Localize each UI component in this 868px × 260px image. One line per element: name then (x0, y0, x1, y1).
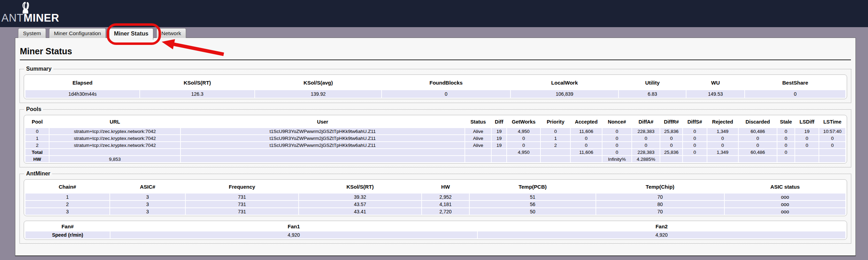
table-cell: 9,853 (49, 156, 180, 162)
table-row: 2stratum+tcp://zec.kryptex.network:7042t… (25, 142, 845, 148)
table-row: Speed (r/min)4,9204,920 (25, 231, 845, 238)
table-cell: 2,720 (422, 208, 469, 215)
table-cell: Total (25, 149, 49, 155)
table-cell: 80 (596, 201, 724, 207)
table-cell: 11,606 (571, 149, 601, 155)
table-cell (541, 156, 570, 162)
table-cell (465, 156, 491, 162)
column-header: Status (465, 116, 491, 127)
column-header: Priority (541, 116, 570, 127)
table-cell (707, 156, 738, 162)
column-header: FoundBlocks (382, 76, 510, 89)
column-header: DiffR# (660, 116, 682, 127)
table-row: 1stratum+tcp://zec.kryptex.network:7042t… (25, 135, 845, 141)
table-cell: 60,486 (739, 128, 777, 134)
column-header: DiffA# (632, 116, 660, 127)
table-cell (507, 156, 540, 162)
table-cell: 2 (25, 142, 49, 148)
summary-value-row: 1d4h30m44s126.3139.920106,8396.83149.530 (25, 90, 845, 98)
table-cell: 25,836 (660, 149, 682, 155)
table-cell: 19 (492, 142, 506, 148)
table-cell: 0 (739, 135, 777, 141)
table-cell: 3 (110, 201, 185, 207)
fans-table-body: Speed (r/min)4,9204,920 (25, 231, 845, 238)
table-cell: 19 (492, 128, 506, 134)
table-cell: 56 (470, 201, 595, 207)
table-cell: 4,920 (478, 231, 845, 238)
column-header: Utility (619, 76, 686, 89)
column-header: Pool (25, 116, 49, 127)
table-cell: 11,606 (571, 128, 601, 134)
table-cell: 0 (683, 142, 706, 148)
antminer-logo-text: ANTMINER (1, 12, 59, 24)
table-cell: t1ScU9R3YoZWPwwrm2jGSZtTpHKk9tw6ahU.Z11 (181, 142, 464, 148)
pools-table-body: 0stratum+tcp://zec.kryptex.network:7042t… (25, 128, 845, 162)
table-cell: 4,181 (422, 201, 469, 207)
table-cell: 39.32 (299, 194, 421, 200)
column-header: DiffS# (683, 116, 706, 127)
table-cell: ooo (725, 201, 845, 207)
table-cell: 4,920 (110, 231, 477, 238)
table-cell: 1 (25, 194, 109, 200)
column-header: Stale (777, 116, 794, 127)
chains-table-container: Chain#ASIC#FrequencyKSol/S(RT)HWTemp(PCB… (24, 179, 847, 216)
table-cell: 0 (507, 135, 540, 141)
table-cell: HW (25, 156, 49, 162)
table-cell: 106,839 (511, 90, 619, 98)
tab-network[interactable]: Network (156, 28, 186, 38)
table-row: 1373139.322,9525170ooo (25, 194, 845, 200)
table-cell: 731 (186, 194, 298, 200)
column-header: ASIC# (110, 181, 185, 193)
column-header: Fan2 (478, 222, 845, 231)
table-cell: 0 (602, 135, 632, 141)
table-cell: 2 (541, 142, 570, 148)
table-cell: 1,349 (707, 128, 738, 134)
table-cell: 0 (660, 135, 682, 141)
table-cell: 0 (541, 128, 570, 134)
content-panel: Miner Status Summary ElapsedKSol/S(RT)KS… (15, 38, 856, 256)
table-cell: 0 (819, 142, 845, 148)
table-cell: Alive (465, 135, 491, 141)
column-header: User (181, 116, 464, 127)
tab-miner-status[interactable]: Miner Status (109, 28, 153, 40)
table-cell: 0 (777, 135, 794, 141)
table-cell: 70 (596, 208, 724, 215)
table-cell: 51 (470, 194, 595, 200)
tab-miner-configuration[interactable]: Miner Configuration (49, 28, 106, 38)
pools-section: Pools PoolURLUserStatusDiffGetWorksPrior… (20, 106, 851, 167)
table-cell: 4.2885% (632, 156, 660, 162)
tab-system[interactable]: System (18, 28, 46, 38)
table-row: 2373143.574,1815680ooo (25, 201, 845, 207)
table-cell: stratum+tcp://zec.kryptex.network:7042 (49, 142, 180, 148)
table-cell (181, 156, 464, 162)
table-cell: Speed (r/min) (25, 231, 110, 238)
pools-table: PoolURLUserStatusDiffGetWorksPriorityAcc… (25, 116, 846, 163)
fans-table: Fan#Fan1Fan2 Speed (r/min)4,9204,920 (25, 221, 846, 239)
summary-table-container: ElapsedKSol/S(RT)KSol/S(avg)FoundBlocksL… (24, 74, 847, 99)
table-cell: 4,950 (507, 128, 540, 134)
table-cell: 1 (25, 135, 49, 141)
table-cell: 0 (507, 142, 540, 148)
page: ANTMINER System Miner Configuration Mine… (0, 0, 868, 260)
table-cell: Alive (465, 142, 491, 148)
table-cell: 0 (683, 135, 706, 141)
column-header: Chain# (25, 181, 109, 193)
column-header: LSTime (819, 116, 845, 127)
column-header: Accepted (571, 116, 601, 127)
summary-table: ElapsedKSol/S(RT)KSol/S(avg)FoundBlocksL… (25, 75, 846, 99)
table-cell: 4,950 (507, 149, 540, 155)
table-cell: 60,486 (739, 149, 777, 155)
table-cell: 0 (602, 142, 632, 148)
table-cell: Alive (465, 128, 491, 134)
column-header: HW (422, 181, 469, 193)
table-cell: 1,349 (707, 149, 738, 155)
column-header: Temp(PCB) (470, 181, 595, 193)
table-cell: 43.57 (299, 201, 421, 207)
logo-ant: ANT (1, 12, 24, 24)
header-bar: ANTMINER (0, 0, 868, 27)
title-divider (20, 60, 851, 60)
table-cell: 6.83 (619, 90, 686, 98)
table-cell: t1ScU9R3YoZWPwwrm2jGSZtTpHKk9tw6ahU.Z11 (181, 135, 464, 141)
table-cell: 0 (819, 135, 845, 141)
column-header: GetWorks (507, 116, 540, 127)
